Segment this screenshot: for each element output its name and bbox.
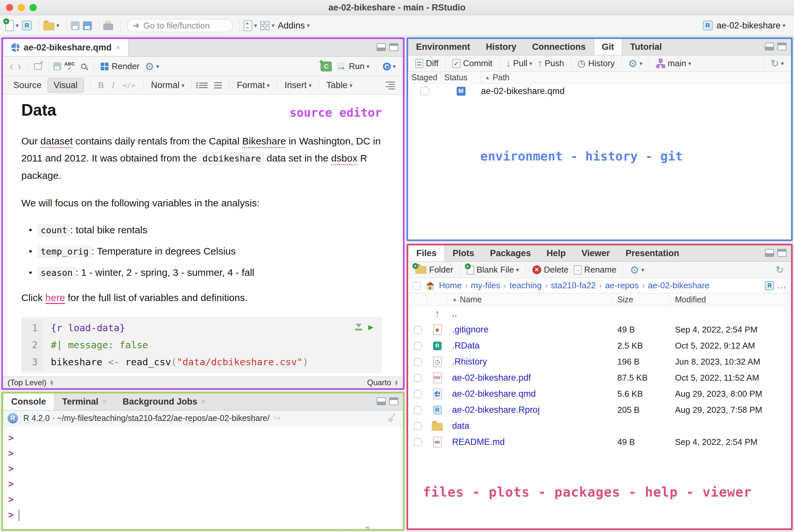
file-row[interactable]: ↑ .. bbox=[408, 306, 791, 322]
file-row[interactable]: ae-02-bikeshare.qmd 5.6 KB Aug 29, 2023,… bbox=[408, 386, 791, 402]
save-icon[interactable] bbox=[53, 62, 61, 70]
run-button[interactable]: → Run ▾ bbox=[338, 61, 369, 72]
file-row[interactable]: ◆ .gitignore 49 B Sep 4, 2022, 2:54 PM bbox=[408, 322, 791, 338]
file-checkbox[interactable] bbox=[414, 374, 422, 382]
document-content[interactable]: source editor Data Our dataset contains … bbox=[3, 95, 403, 376]
forward-icon[interactable]: › bbox=[17, 60, 21, 73]
file-checkbox[interactable] bbox=[414, 438, 422, 446]
pull-button[interactable]: ↓Pull▾ bbox=[506, 57, 532, 70]
tab-history[interactable]: History bbox=[478, 39, 524, 55]
new-file-button[interactable]: +▾ bbox=[5, 20, 19, 31]
bullet-list-icon[interactable] bbox=[199, 82, 207, 88]
refresh-button[interactable]: ↻ bbox=[776, 264, 784, 276]
doc-type-selector[interactable]: Quarto bbox=[367, 378, 391, 387]
tab-tutorial[interactable]: Tutorial bbox=[622, 39, 670, 55]
tab-git[interactable]: Git bbox=[594, 39, 623, 55]
code-format-button[interactable]: </> bbox=[123, 81, 136, 90]
file-checkbox[interactable] bbox=[414, 326, 422, 334]
diff-button[interactable]: Diff bbox=[416, 58, 439, 69]
table-menu[interactable]: Table▾ bbox=[327, 80, 353, 90]
breadcrumb-ae-repos[interactable]: ae-repos bbox=[605, 280, 639, 290]
zoom-window-button[interactable] bbox=[30, 4, 37, 11]
open-file-button[interactable]: ▾ bbox=[43, 21, 59, 31]
project-selector[interactable]: R ae-02-bikeshare ▾ bbox=[703, 21, 786, 31]
minimize-pane-button[interactable] bbox=[377, 397, 386, 405]
column-staged[interactable]: Staged bbox=[408, 72, 441, 83]
maximize-pane-button[interactable] bbox=[389, 397, 398, 405]
file-checkbox[interactable] bbox=[414, 358, 422, 366]
tab-qmd-document[interactable]: ae-02-bikeshare.qmd × bbox=[3, 39, 129, 56]
tab-background-jobs[interactable]: Background Jobs× bbox=[115, 393, 214, 410]
back-icon[interactable]: ‹ bbox=[10, 60, 14, 73]
search-icon[interactable] bbox=[81, 63, 87, 69]
column-path[interactable]: ▲Path bbox=[481, 73, 791, 82]
close-window-button[interactable] bbox=[6, 4, 13, 11]
tab-presentation[interactable]: Presentation bbox=[617, 245, 687, 261]
file-name[interactable]: ae-02-bikeshare.Rproj bbox=[447, 405, 613, 415]
blank-file-button[interactable]: +Blank File▾ bbox=[467, 265, 519, 275]
file-row[interactable]: R ae-02-bikeshare.Rproj 205 B Aug 29, 20… bbox=[408, 402, 791, 418]
open-in-window-icon[interactable] bbox=[34, 63, 42, 70]
git-settings-button[interactable]: ⚙▾ bbox=[628, 57, 643, 70]
file-row[interactable]: R .RData 2.5 KB Oct 5, 2022, 9:12 AM bbox=[408, 338, 791, 354]
column-name[interactable]: ▲Name bbox=[447, 293, 613, 305]
tab-connections[interactable]: Connections bbox=[524, 39, 594, 55]
visual-mode-button[interactable]: Visual bbox=[48, 78, 84, 93]
here-link[interactable]: here bbox=[45, 292, 65, 303]
tab-files[interactable]: Files bbox=[408, 245, 445, 261]
outline-toggle-icon[interactable] bbox=[386, 81, 398, 90]
insert-menu[interactable]: Insert▾ bbox=[284, 80, 312, 90]
breadcrumb-sta210-fa22[interactable]: sta210-fa22 bbox=[551, 280, 596, 290]
file-name[interactable]: data bbox=[447, 421, 613, 431]
git-file-row[interactable]: M ae-02-bikeshare.qmd bbox=[408, 83, 791, 99]
file-checkbox[interactable] bbox=[414, 390, 422, 398]
render-button[interactable]: Render bbox=[100, 61, 140, 71]
close-icon[interactable]: × bbox=[102, 397, 107, 406]
file-row[interactable]: MD README.md 49 B Sep 4, 2022, 2:54 PM bbox=[408, 434, 791, 450]
addins-menu[interactable]: Addins▾ bbox=[278, 21, 310, 31]
bold-button[interactable]: B bbox=[98, 80, 104, 90]
format-menu[interactable]: Format▾ bbox=[237, 80, 270, 90]
new-project-button[interactable]: R bbox=[22, 21, 32, 31]
staged-checkbox[interactable] bbox=[420, 87, 429, 95]
maximize-pane-button[interactable] bbox=[389, 43, 398, 51]
maximize-pane-button[interactable] bbox=[777, 43, 787, 51]
tab-help[interactable]: Help bbox=[539, 245, 574, 261]
file-row[interactable]: PDF ae-02-bikeshare.pdf 87.5 KB Oct 5, 2… bbox=[408, 370, 791, 386]
minimize-pane-button[interactable] bbox=[377, 43, 386, 51]
tab-plots[interactable]: Plots bbox=[445, 245, 482, 261]
rename-button[interactable]: →Rename bbox=[574, 265, 616, 275]
new-folder-button[interactable]: +Folder bbox=[416, 265, 454, 275]
branch-button[interactable]: main ▾ bbox=[656, 58, 691, 69]
more-columns-button[interactable]: ... bbox=[777, 280, 787, 290]
console-output[interactable]: > > > > > > console bbox=[3, 426, 403, 529]
commit-button[interactable]: ✓Commit bbox=[452, 58, 493, 69]
file-name[interactable]: .Rhistory bbox=[447, 357, 613, 367]
publish-button[interactable]: ▾ bbox=[383, 62, 396, 71]
run-chunks-above-icon[interactable] bbox=[355, 324, 362, 330]
history-button[interactable]: ◷History bbox=[578, 58, 615, 69]
open-dir-icon[interactable]: ↪ bbox=[273, 413, 281, 423]
file-row[interactable]: ◷ .Rhistory 196 B Jun 8, 2023, 10:32 AM bbox=[408, 354, 791, 370]
close-icon[interactable]: × bbox=[201, 397, 206, 406]
file-checkbox[interactable] bbox=[414, 422, 422, 430]
file-name[interactable]: .. bbox=[447, 309, 613, 319]
file-checkbox[interactable] bbox=[414, 342, 422, 350]
run-chunk-icon[interactable]: ▶ bbox=[368, 322, 373, 332]
refresh-button[interactable]: ↻▾ bbox=[771, 58, 784, 69]
italic-button[interactable]: I bbox=[112, 80, 115, 90]
file-name[interactable]: .gitignore bbox=[447, 325, 613, 335]
file-row[interactable]: data bbox=[408, 418, 791, 434]
breadcrumb-my-files[interactable]: my-files bbox=[471, 280, 500, 290]
file-name[interactable]: .RData bbox=[447, 341, 613, 351]
version-control-button[interactable]: ▾ bbox=[244, 20, 257, 31]
tab-environment[interactable]: Environment bbox=[408, 39, 478, 55]
minimize-pane-button[interactable] bbox=[765, 249, 774, 257]
code-chunk[interactable]: ▶ 1 {r load-data} 2 #| message: false 3 … bbox=[21, 317, 382, 373]
file-name[interactable]: README.md bbox=[447, 437, 613, 447]
numbered-list-icon[interactable] bbox=[214, 82, 222, 89]
column-status[interactable]: Status bbox=[441, 72, 481, 83]
save-all-button[interactable] bbox=[83, 21, 92, 30]
outline-location-selector[interactable]: (Top Level) bbox=[7, 378, 47, 387]
source-mode-button[interactable]: Source bbox=[7, 78, 48, 92]
